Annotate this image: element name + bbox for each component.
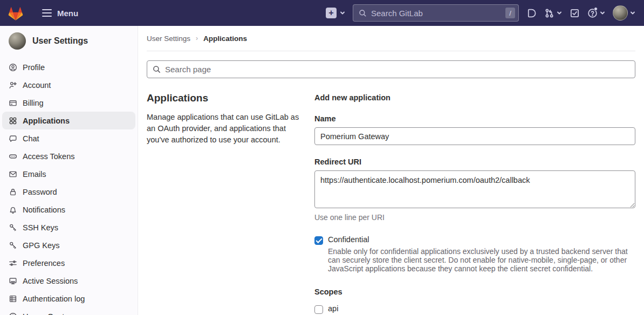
- notifications-icon: [9, 206, 17, 214]
- confidential-checkbox[interactable]: [314, 236, 323, 245]
- ssh-keys-icon: [9, 223, 17, 232]
- top-navbar: Menu + /: [0, 0, 644, 26]
- account-icon: [9, 81, 17, 90]
- gpg-keys-icon: [9, 241, 17, 250]
- menu-button[interactable]: Menu: [38, 5, 83, 21]
- chevron-down-icon: [340, 10, 345, 16]
- todos-button[interactable]: [570, 8, 580, 18]
- merge-requests-button[interactable]: [544, 8, 562, 18]
- settings-sidebar: User Settings Profile Account: [0, 26, 138, 315]
- applications-icon: [9, 117, 17, 125]
- sidebar-item-active-sessions[interactable]: Active Sessions: [2, 272, 135, 290]
- plus-icon: +: [326, 8, 337, 18]
- sidebar-item-account[interactable]: Account: [2, 76, 135, 94]
- access-tokens-icon: [9, 152, 17, 161]
- confidential-description: Enable only for confidential application…: [328, 247, 635, 273]
- scope-api-row: api: [314, 304, 635, 314]
- avatar: [9, 32, 26, 50]
- sidebar-item-usage-quotas[interactable]: Usage Quotas: [2, 307, 135, 315]
- breadcrumb: User Settings › Applications: [147, 26, 635, 51]
- global-search[interactable]: /: [353, 4, 519, 22]
- chat-icon: [9, 134, 17, 143]
- sidebar-item-authentication-log[interactable]: Authentication log: [2, 290, 135, 307]
- breadcrumb-user-settings[interactable]: User Settings: [147, 35, 190, 43]
- application-name-input[interactable]: [314, 127, 635, 145]
- chevron-down-icon: [557, 10, 562, 16]
- global-search-input[interactable]: [371, 9, 501, 18]
- help-button[interactable]: [587, 8, 605, 18]
- sidebar-item-preferences[interactable]: Preferences: [2, 254, 135, 272]
- profile-icon: [9, 63, 17, 72]
- sidebar-item-notifications[interactable]: Notifications: [2, 201, 135, 218]
- emails-icon: [9, 170, 17, 179]
- name-label: Name: [314, 114, 635, 123]
- sidebar-header: User Settings: [0, 26, 138, 55]
- page-search-input[interactable]: [165, 65, 629, 74]
- redirect-uri-label: Redirect URI: [314, 158, 635, 166]
- sidebar-item-gpg-keys[interactable]: GPG Keys: [2, 236, 135, 254]
- issues-icon: [526, 8, 537, 18]
- gitlab-logo-icon[interactable]: [8, 5, 24, 21]
- scopes-label: Scopes: [314, 287, 635, 296]
- search-shortcut-key: /: [505, 8, 515, 18]
- sidebar-item-profile[interactable]: Profile: [2, 58, 135, 76]
- merge-request-icon: [544, 8, 554, 18]
- active-sessions-icon: [9, 277, 17, 285]
- billing-icon: [9, 99, 17, 107]
- notification-dot: [594, 7, 598, 11]
- user-menu-button[interactable]: [613, 5, 635, 20]
- confidential-label[interactable]: Confidential: [328, 235, 369, 244]
- preferences-icon: [9, 259, 17, 268]
- scope-api-checkbox[interactable]: [314, 305, 323, 314]
- sidebar-item-chat[interactable]: Chat: [2, 129, 135, 147]
- avatar: [613, 5, 628, 20]
- sidebar-item-ssh-keys[interactable]: SSH Keys: [2, 218, 135, 236]
- new-item-dropdown[interactable]: +: [326, 8, 345, 18]
- search-icon: [359, 9, 367, 17]
- password-icon: [9, 188, 17, 196]
- chevron-down-icon: [600, 10, 605, 16]
- page-description: Manage applications that can use GitLab …: [147, 112, 302, 146]
- sidebar-item-access-tokens[interactable]: Access Tokens: [2, 147, 135, 165]
- breadcrumb-separator-icon: ›: [196, 35, 198, 42]
- confidential-row: Confidential: [314, 235, 635, 245]
- search-icon: [153, 65, 161, 73]
- form-heading: Add new application: [314, 93, 635, 102]
- sidebar-item-password[interactable]: Password: [2, 183, 135, 201]
- menu-label: Menu: [57, 9, 78, 18]
- sidebar-item-billing[interactable]: Billing: [2, 94, 135, 112]
- sidebar-item-applications[interactable]: Applications: [2, 112, 135, 129]
- breadcrumb-applications: Applications: [203, 35, 247, 43]
- main-content: User Settings › Applications Application…: [138, 26, 644, 315]
- issues-button[interactable]: [526, 8, 537, 18]
- page-search[interactable]: [147, 60, 635, 78]
- authentication-log-icon: [9, 295, 17, 303]
- scope-api-label[interactable]: api: [328, 304, 338, 313]
- page-title: Applications: [147, 92, 302, 104]
- sidebar-item-emails[interactable]: Emails: [2, 165, 135, 183]
- chevron-down-icon: [630, 10, 635, 16]
- usage-quotas-icon: [9, 312, 17, 315]
- redirect-uri-help: Use one line per URI: [314, 213, 635, 222]
- redirect-uri-textarea[interactable]: https://authenticate.localhost.pomerium.…: [314, 170, 635, 208]
- todo-check-icon: [570, 8, 580, 18]
- hamburger-icon: [42, 9, 52, 17]
- sidebar-title: User Settings: [32, 36, 88, 46]
